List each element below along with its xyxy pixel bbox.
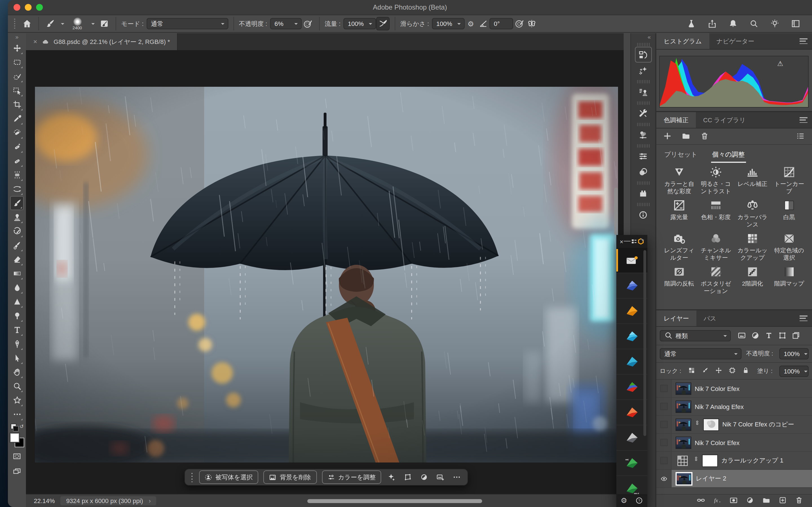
more-icon[interactable] [452,472,462,482]
tool-stamp[interactable] [10,210,24,224]
layers-tab[interactable]: パス [696,311,724,326]
lock-pixels-icon[interactable] [702,367,711,376]
brush-angle-input[interactable]: 0° [490,18,513,29]
adjustments-tab[interactable]: CC ライブラリ [696,112,753,128]
layer-row[interactable]: Nik 7 Color Efex のコピー [656,416,812,434]
layer-fill-select[interactable]: 100% [779,365,809,377]
home-icon[interactable] [21,17,33,30]
layer-mask-icon[interactable] [730,496,739,505]
histogram-menu-icon[interactable] [800,38,808,44]
new-layer-icon[interactable] [779,496,788,505]
lock-transparent-icon[interactable] [688,367,697,376]
grid-menu-icon[interactable] [631,238,637,244]
blend-mode-select[interactable]: 通常 [146,18,228,29]
tool-presets-icon[interactable] [635,105,652,121]
layer-row[interactable]: Nik 7 Analog Efex [656,398,812,416]
tool-pathsel[interactable] [10,351,24,365]
folder-icon[interactable] [682,132,691,141]
toolbar-expand-chevron[interactable]: » [15,33,18,41]
lut-layer-icon[interactable] [675,455,690,466]
minimize-icon[interactable]: — [624,236,631,244]
dock-grip[interactable] [637,123,649,126]
layer-visibility-toggle[interactable] [656,380,672,397]
nik-green-out-fold-icon[interactable] [616,476,647,494]
adjustment-balance[interactable]: カラーバランス [734,200,771,228]
adjustment-layer-icon[interactable] [746,496,755,505]
adjustment-filter-icon[interactable] [751,331,760,340]
sparkle-icon[interactable] [387,472,397,482]
layer-visibility-toggle[interactable] [656,470,672,487]
layer-effects-icon[interactable]: fx [713,496,722,505]
tool-pen[interactable] [10,337,24,351]
list-view-icon[interactable] [796,132,805,141]
adjustments-menu-icon[interactable] [800,117,808,123]
search-icon[interactable] [748,17,760,30]
lock-position-icon[interactable] [715,367,724,376]
transform-icon[interactable] [403,472,413,482]
dock-grip[interactable] [637,181,649,185]
tab-close-icon[interactable]: × [33,38,37,46]
nik-orange-fold-icon[interactable] [616,298,647,324]
tool-histbrush[interactable] [10,224,24,238]
lightbulb-icon[interactable] [769,17,781,30]
clone-source-icon[interactable] [635,84,652,100]
nik-lightblue-fold-icon[interactable] [616,324,647,349]
bell-icon[interactable] [727,17,739,30]
layer-visibility-toggle[interactable] [656,398,672,415]
layer-content[interactable]: Nik 7 Color Efex [672,380,812,397]
button-adjcolor[interactable]: カラーを調整 [322,470,382,484]
tool-patch[interactable] [10,168,24,182]
tool-zoomt[interactable] [10,379,24,393]
workspace-icon[interactable] [790,17,802,30]
horizontal-scrollbar[interactable] [307,499,482,503]
taskbar-grip[interactable] [191,472,194,482]
add-image-icon[interactable] [436,472,446,482]
layer-row[interactable]: レイヤー 2 [656,470,812,488]
type-filter-icon[interactable] [765,331,774,340]
trash-icon[interactable] [700,132,709,141]
adjustment-selective[interactable]: 特定色域の選択 [771,233,808,262]
close-icon[interactable]: × [620,238,623,245]
layer-visibility-toggle[interactable] [656,434,672,451]
smoothing-gear-icon[interactable]: ⚙ [465,17,477,30]
button-removebg[interactable]: 背景を削除 [264,470,317,484]
plugins-icon[interactable] [635,185,652,201]
vertical-scrollbar[interactable] [614,187,618,235]
layer-thumbnail[interactable] [675,436,691,449]
flow-select[interactable]: 100% [343,18,376,29]
tool-heal[interactable] [10,154,24,168]
adjustment-lut[interactable]: カラールックアップ [734,233,771,262]
airbrush-icon[interactable] [376,17,390,31]
brush-preset-picker[interactable]: 2400 [69,17,86,30]
tool-dodge[interactable] [10,309,24,323]
opacity-select[interactable]: 6% [270,18,302,29]
button-subject[interactable]: 被写体を選択 [199,470,259,484]
smoothing-select[interactable]: 100% [432,18,465,29]
share-icon[interactable] [706,17,718,30]
pressure-size-icon[interactable] [513,17,525,30]
smart-object-filter-icon[interactable] [792,331,801,340]
tool-spotheal[interactable] [10,140,24,154]
nik-mail-icon[interactable] [616,248,647,273]
dock-collapse-chevron[interactable]: « [648,33,655,41]
layer-mask-thumbnail[interactable] [702,454,718,467]
subtab-個々の調整[interactable]: 個々の調整 [712,150,745,159]
layer-content[interactable]: Nik 7 Analog Efex [672,398,812,415]
tool-sharpen[interactable] [10,295,24,309]
dock-grip[interactable] [637,144,649,148]
layers-tab[interactable]: レイヤー [656,311,696,326]
adjustment-invert[interactable]: 階調の反転 [661,266,698,295]
layers-menu-icon[interactable] [800,316,808,321]
tool-hand[interactable] [10,365,24,379]
adjustments-dock-icon[interactable] [635,127,652,143]
symmetry-icon[interactable] [525,17,538,30]
histogram-tab[interactable]: ヒストグラム [656,33,709,49]
tool-move[interactable] [10,41,24,55]
shape-filter-icon[interactable] [778,331,787,340]
zoom-level[interactable]: 22.14% [34,497,55,504]
tool-selbrush[interactable] [10,69,24,83]
tool-objsel[interactable] [10,83,24,98]
tool-mixer[interactable] [10,238,24,252]
color-swatches[interactable] [10,433,24,447]
tool-eraser[interactable] [10,252,24,267]
